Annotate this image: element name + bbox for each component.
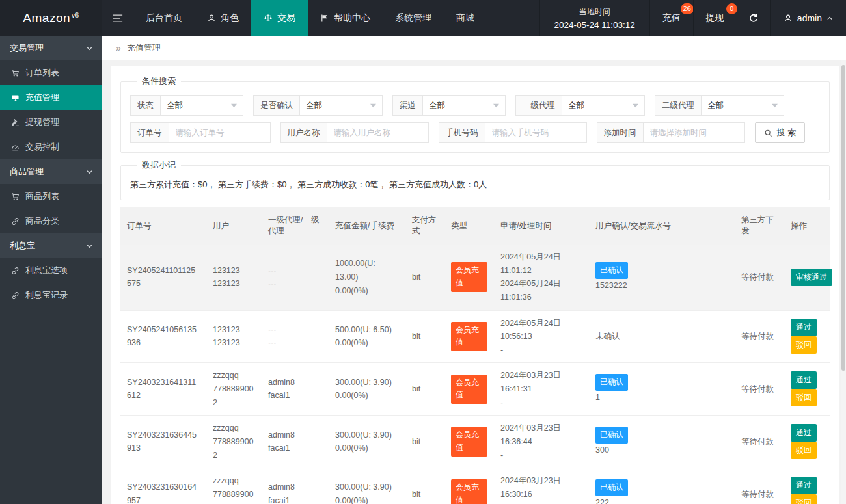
- agent2-select[interactable]: 全部: [701, 95, 784, 116]
- nav-item-trade[interactable]: 交易: [251, 0, 308, 36]
- sidebar-item-interest-options[interactable]: 利息宝选项: [0, 258, 102, 283]
- type-badge: 会员充值: [451, 322, 487, 352]
- withdraw-shortcut[interactable]: 提现 0: [693, 0, 737, 36]
- username-input[interactable]: [334, 128, 422, 137]
- sidebar-item-recharge-management[interactable]: 充值管理: [0, 85, 102, 110]
- cell-order-no: SY2405241056135936: [120, 310, 206, 363]
- main-area: » 充值管理 条件搜索 状态全部是否确认全部渠道全部一级代理全部二级代理全部 订…: [102, 36, 846, 504]
- search-panel-legend: 条件搜索: [137, 75, 181, 87]
- approve-button[interactable]: 通过: [791, 371, 817, 389]
- nav-item-help[interactable]: 帮助中心: [308, 0, 383, 36]
- sidebar-group-product-management[interactable]: 商品管理: [0, 159, 102, 184]
- scrollbar[interactable]: [841, 60, 846, 504]
- add-time-input[interactable]: [650, 128, 738, 137]
- sidebar-item-product-list[interactable]: 商品列表: [0, 184, 102, 209]
- cell-pay-method: bit: [405, 468, 444, 504]
- agent1-select[interactable]: 全部: [562, 95, 645, 116]
- nav-item-system[interactable]: 系统管理: [383, 0, 444, 36]
- sidebar-item-withdraw-management[interactable]: 提现管理: [0, 110, 102, 135]
- sidebar-item-order-list[interactable]: 订单列表: [0, 60, 102, 85]
- select-value: 全部: [429, 100, 445, 111]
- type-badge: 会员充值: [451, 262, 487, 292]
- sidebar-group-interest-bao[interactable]: 利息宝: [0, 233, 102, 258]
- cell-amount: 500.00(U: 6.50)0.00(0%): [329, 310, 405, 363]
- local-time-block: 当地时间 2024-05-24 11:03:12: [539, 0, 649, 36]
- transaction-serial: 1: [595, 391, 728, 405]
- approve-button[interactable]: 通过: [791, 424, 817, 442]
- table-body: SY2405241101125575123123123123------1000…: [120, 245, 830, 504]
- cell-order-no: SY2403231630164957: [120, 468, 206, 504]
- order-no-input[interactable]: [176, 128, 264, 137]
- cell-time: 2024年03月23日 16:41:31-: [494, 363, 589, 416]
- status-select[interactable]: 全部: [160, 95, 243, 116]
- cell-third-party: 等待付款: [735, 310, 784, 363]
- chevron-down-icon: [493, 103, 499, 109]
- nav-item-label: 交易: [277, 12, 295, 24]
- recharge-count-badge: 26: [681, 3, 694, 14]
- reject-button[interactable]: 驳回: [791, 389, 817, 406]
- reject-button[interactable]: 驳回: [791, 336, 817, 354]
- sidebar-group-trade-management[interactable]: 交易管理: [0, 36, 102, 60]
- cell-user: 123123123123: [206, 245, 262, 310]
- app-logo: Amazonv6: [0, 0, 102, 36]
- cell-agents: admin8facai1: [262, 468, 329, 504]
- link-icon: [11, 291, 20, 300]
- cell-amount: 300.00(U: 3.90)0.00(0%): [329, 416, 405, 468]
- gauge-icon: [11, 143, 20, 152]
- sidebar-item-interest-records[interactable]: 利息宝记录: [0, 283, 102, 308]
- column-header: 第三方下发: [735, 207, 784, 245]
- flag-icon: [320, 14, 329, 23]
- refresh-button[interactable]: [737, 0, 770, 36]
- confirmed-badge: 已确认: [595, 479, 628, 496]
- approve-button[interactable]: 通过: [791, 477, 817, 494]
- search-button-label: 搜 索: [777, 127, 797, 139]
- sidebar-item-label: 利息宝选项: [25, 265, 68, 276]
- username-input-field: 用户名称: [280, 122, 429, 143]
- scrollbar-thumb[interactable]: [841, 65, 845, 371]
- summary-panel-legend: 数据小记: [137, 159, 181, 171]
- cell-user: zzzqqq7788899002: [206, 468, 262, 504]
- cell-agents: ------: [262, 245, 329, 310]
- sidebar-item-product-category[interactable]: 商品分类: [0, 209, 102, 233]
- status-select-field: 状态全部: [130, 95, 243, 116]
- search-button[interactable]: 搜 索: [755, 122, 806, 143]
- channel-select[interactable]: 全部: [422, 95, 506, 116]
- summary-text: 第三方累计充值：$0， 第三方手续费：$0， 第三方成功收款：0笔， 第三方充值…: [130, 179, 820, 191]
- chevron-up-icon: [826, 15, 833, 21]
- reject-button[interactable]: 驳回: [791, 442, 817, 459]
- sidebar-item-label: 提现管理: [25, 116, 59, 128]
- cell-amount: 300.00(U: 3.90)0.00(0%): [329, 363, 405, 416]
- chevron-down-icon: [86, 45, 93, 52]
- cell-amount: 300.00(U: 3.90)0.00(0%): [329, 468, 405, 504]
- chevron-down-icon: [231, 103, 237, 109]
- sidebar-item-label: 订单列表: [25, 67, 59, 79]
- local-time-label: 当地时间: [579, 7, 610, 18]
- approve-button[interactable]: 审核通过: [791, 269, 832, 286]
- sidebar-item-trade-control[interactable]: 交易控制: [0, 135, 102, 159]
- recharge-shortcut-label: 充值: [662, 12, 681, 24]
- nav-item-home[interactable]: 后台首页: [133, 0, 195, 36]
- select-value: 全部: [568, 100, 584, 111]
- approve-button[interactable]: 通过: [791, 319, 817, 336]
- nav-item-label: 商城: [456, 12, 474, 24]
- breadcrumb-icon: »: [116, 43, 121, 53]
- field-label: 状态: [130, 95, 160, 116]
- phone-input[interactable]: [492, 128, 580, 137]
- field-label: 是否确认: [253, 95, 299, 116]
- cell-operations: 通过驳回: [784, 416, 830, 468]
- orders-table: 订单号用户一级代理/二级代理充值金额/手续费支付方式类型申请/处理时间用户确认/…: [120, 207, 830, 504]
- user-menu[interactable]: admin: [770, 0, 846, 36]
- column-header: 操作: [784, 207, 830, 245]
- field-label: 添加时间: [597, 122, 643, 143]
- reject-button[interactable]: 驳回: [791, 494, 817, 504]
- nav-item-mall[interactable]: 商城: [444, 0, 487, 36]
- field-label: 二级代理: [655, 95, 701, 116]
- confirm-select[interactable]: 全部: [299, 95, 383, 116]
- nav-item-roles[interactable]: 角色: [195, 0, 251, 36]
- menu-toggle-icon[interactable]: [102, 0, 133, 36]
- cell-user: 123123123123: [206, 310, 262, 363]
- cell-pay-method: bit: [405, 363, 444, 416]
- cell-pay-method: bit: [405, 245, 444, 310]
- recharge-shortcut[interactable]: 充值 26: [649, 0, 693, 36]
- search-icon: [764, 129, 772, 137]
